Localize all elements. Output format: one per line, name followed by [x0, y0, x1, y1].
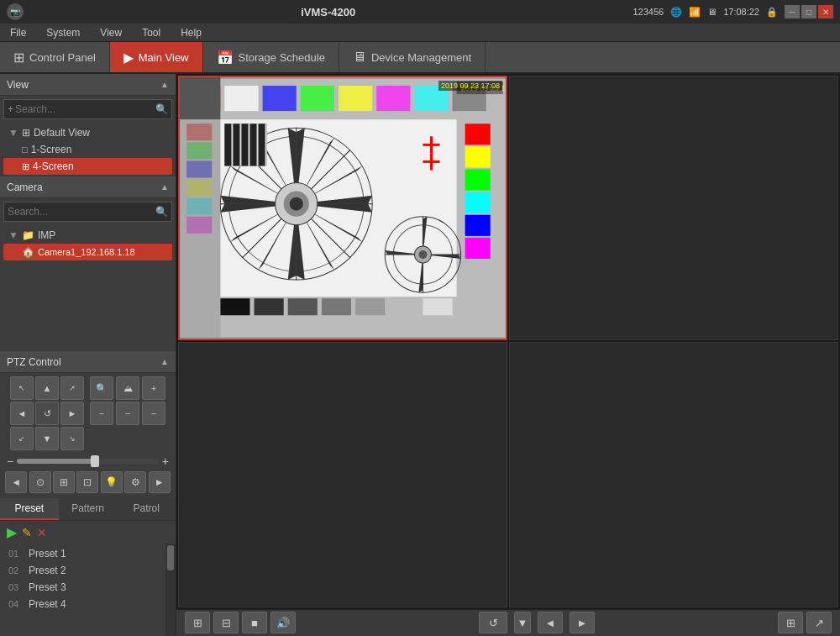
ptz-grid-btn[interactable]: ⊞ — [53, 471, 75, 493]
camera1-label: Camera1_192.168.1.18 — [38, 247, 135, 257]
camera-search-icon[interactable]: 🔍 — [155, 206, 168, 218]
ptz-zoom-in-btn[interactable]: 🔍 — [90, 376, 113, 400]
tree-4screen[interactable]: ⊞ 4-Screen — [3, 158, 172, 175]
toolbar-left: ⊞ ⊟ ■ 🔊 — [185, 612, 296, 633]
svg-rect-48 — [465, 146, 491, 167]
view-collapse-btn[interactable]: ▲ — [160, 80, 169, 89]
view-search-icon[interactable]: 🔍 — [155, 103, 168, 115]
list-item[interactable]: 03 Preset 3 — [3, 579, 172, 596]
ptz-tab-patrol[interactable]: Patrol — [117, 498, 176, 520]
view-section-header: View ▲ — [0, 74, 176, 96]
view-section-title: View — [7, 79, 29, 91]
menu-tool[interactable]: Tool — [135, 25, 167, 40]
ptz-tab-pattern[interactable]: Pattern — [59, 498, 118, 520]
tab-storage-schedule[interactable]: 📅 Storage Schedule — [203, 42, 339, 72]
video-cell-2[interactable] — [509, 76, 838, 340]
svg-rect-39 — [389, 298, 418, 315]
video-grid: 2019 09 23 17:08 — [176, 74, 840, 609]
layout-4-btn[interactable]: ⊞ — [185, 612, 210, 633]
main-content: 2019 09 23 17:08 — [176, 74, 840, 636]
svg-rect-36 — [288, 298, 318, 315]
ptz-wiper-btn[interactable]: ⚙ — [124, 471, 146, 493]
camera-collapse-btn[interactable]: ▲ — [160, 182, 169, 192]
view-add-btn[interactable]: + — [8, 103, 13, 115]
video-cell-1[interactable]: 2019 09 23 17:08 — [178, 76, 507, 340]
ptz-collapse-btn[interactable]: ▲ — [160, 357, 169, 366]
tree-camera1[interactable]: 🏠 Camera1_192.168.1.18 — [3, 244, 172, 260]
preset-name-1: Preset 1 — [29, 548, 66, 560]
ptz-center-btn[interactable]: ↺ — [35, 402, 59, 425]
screen4-label: 4-Screen — [33, 160, 74, 172]
menu-system[interactable]: System — [39, 25, 87, 40]
status-icon1: 📶 — [689, 7, 701, 18]
menu-file[interactable]: File — [3, 25, 33, 40]
ptz-zoom-thumb[interactable] — [91, 455, 99, 467]
grid-icon: ⊞ — [22, 127, 30, 139]
ptz-upright-btn[interactable]: ↗ — [60, 376, 84, 400]
preset-edit-btn[interactable]: ✎ — [22, 526, 32, 539]
camera-search-input[interactable] — [8, 206, 155, 218]
tab-main-view[interactable]: ▶ Main View — [110, 42, 203, 72]
svg-rect-7 — [376, 86, 410, 111]
ptz-left-btn[interactable]: ◄ — [10, 402, 34, 425]
ptz-next-btn[interactable]: ► — [149, 471, 171, 493]
ptz-upleft-btn[interactable]: ↖ — [10, 376, 34, 400]
ptz-up-btn[interactable]: ▲ — [35, 376, 59, 400]
video-cell-3[interactable] — [178, 342, 507, 607]
menu-help[interactable]: Help — [174, 25, 208, 40]
expand-btn[interactable]: ↗ — [806, 612, 832, 633]
tree-1screen[interactable]: □ 1-Screen — [3, 141, 172, 158]
preset-scrollbar[interactable] — [165, 544, 176, 636]
refresh-dropdown-btn[interactable]: ▼ — [514, 612, 531, 633]
minimize-button[interactable]: ─ — [785, 5, 800, 18]
view-search-input[interactable] — [15, 103, 155, 115]
toolbar-right: ⊞ ↗ — [778, 612, 832, 633]
list-item[interactable]: 01 Preset 1 — [3, 545, 172, 562]
app-icon: 📷 — [7, 3, 24, 20]
ptz-light-btn[interactable]: 💡 — [101, 471, 123, 493]
layout-1-btn[interactable]: ⊟ — [213, 612, 239, 633]
main-layout: View ▲ + 🔍 ▼ ⊞ Default View □ 1-Screen ⊞… — [0, 74, 840, 636]
close-button[interactable]: ✕ — [818, 5, 833, 18]
list-item[interactable]: 02 Preset 2 — [3, 562, 172, 579]
svg-rect-40 — [423, 298, 452, 315]
imp-label: IMP — [38, 229, 55, 241]
preset-delete-btn[interactable]: ✕ — [37, 526, 47, 539]
zoom-minus-icon[interactable]: − — [7, 455, 13, 468]
ptz-iris-open-btn[interactable]: + — [142, 376, 165, 400]
ptz-zoom-out-btn[interactable]: − — [90, 402, 113, 425]
ptz-tab-preset[interactable]: Preset — [0, 498, 59, 520]
next-camera-btn[interactable]: ► — [570, 612, 595, 633]
tab-control-panel[interactable]: ⊞ Control Panel — [0, 42, 110, 72]
refresh-btn[interactable]: ↺ — [479, 612, 507, 633]
preset-play-btn[interactable]: ▶ — [7, 524, 17, 540]
audio-btn[interactable]: 🔊 — [270, 612, 296, 633]
ptz-down-btn[interactable]: ▼ — [35, 427, 59, 450]
tab-device-management[interactable]: 🖥 Device Management — [339, 42, 486, 72]
storage-schedule-icon: 📅 — [217, 50, 234, 66]
ptz-right-btn[interactable]: ► — [60, 402, 84, 425]
svg-rect-6 — [339, 86, 372, 111]
svg-rect-51 — [465, 215, 491, 236]
ptz-prev-btn[interactable]: ◄ — [5, 471, 27, 493]
ptz-iris-close-btn[interactable]: − — [142, 402, 165, 425]
maximize-button[interactable]: □ — [801, 5, 816, 18]
list-item[interactable]: 04 Preset 4 — [3, 596, 172, 612]
titlebar: 📷 iVMS-4200 123456 🌐 📶 🖥 17:08:22 🔒 ─ □ … — [0, 0, 840, 24]
tree-imp[interactable]: ▼ 📁 IMP — [3, 227, 172, 244]
menu-view[interactable]: View — [93, 25, 129, 40]
ptz-frame-btn[interactable]: ⊡ — [76, 471, 98, 493]
ptz-focus-near-btn[interactable]: ⛰ — [116, 376, 139, 400]
tree-default-view[interactable]: ▼ ⊞ Default View — [3, 124, 172, 141]
stop-btn[interactable]: ■ — [242, 612, 267, 633]
ptz-downright-btn[interactable]: ↘ — [60, 427, 84, 450]
fullscreen-btn[interactable]: ⊞ — [778, 612, 803, 633]
video-cell-4[interactable] — [509, 342, 838, 607]
ptz-downleft-btn[interactable]: ↙ — [10, 427, 34, 450]
prev-camera-btn[interactable]: ◄ — [538, 612, 563, 633]
ptz-zoom-slider[interactable] — [17, 459, 159, 464]
menubar: File System View Tool Help — [0, 24, 840, 42]
ptz-target-btn[interactable]: ⊙ — [29, 471, 51, 493]
ptz-focus-far-btn[interactable]: − — [116, 402, 139, 425]
zoom-plus-icon[interactable]: + — [162, 455, 169, 468]
